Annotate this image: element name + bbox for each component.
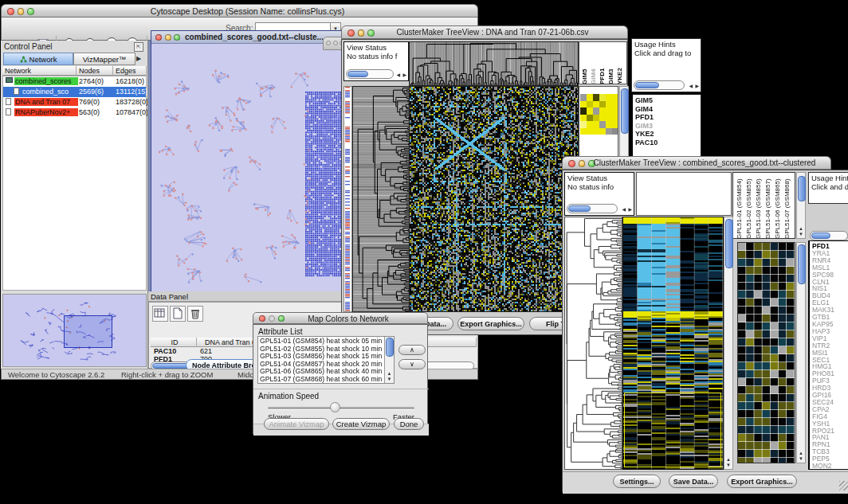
- scroll-up-icon[interactable]: ▲: [797, 451, 805, 456]
- speed-slider-track[interactable]: [268, 407, 414, 409]
- gene-label[interactable]: MON2: [812, 463, 834, 470]
- heatmap-cell[interactable]: [593, 101, 599, 108]
- usage-hints-scrollbar[interactable]: [810, 231, 848, 240]
- resize-grip[interactable]: [839, 481, 848, 490]
- scrollbar-thumb[interactable]: [798, 244, 806, 284]
- tab-overflow-icon[interactable]: ▶: [136, 55, 141, 62]
- move-up-button[interactable]: ∧: [398, 345, 426, 355]
- heatmap-cell[interactable]: [593, 107, 599, 115]
- heatmap-cell[interactable]: [606, 128, 612, 135]
- gene-label[interactable]: PFD1: [635, 113, 658, 122]
- heatmap-cell[interactable]: [599, 115, 606, 122]
- heatmap-cell[interactable]: [587, 107, 593, 115]
- close-button[interactable]: [7, 8, 14, 15]
- heatmap-cell[interactable]: [587, 94, 593, 101]
- heatmap-cell[interactable]: [580, 101, 587, 108]
- heatmap-cell[interactable]: [612, 107, 618, 115]
- scrollbar-thumb[interactable]: [725, 219, 733, 268]
- scroll-down-icon[interactable]: ▼: [797, 456, 805, 462]
- create-vizmap-button[interactable]: Create Vizmap: [332, 418, 390, 430]
- column-label[interactable]: GPL51-06 (GSM865): [774, 174, 781, 239]
- column-label[interactable]: GIM3: [607, 43, 614, 84]
- heatmap-cell[interactable]: [606, 121, 612, 128]
- column-label[interactable]: GPL51-08 (GSM872): [793, 174, 795, 239]
- attribute-item[interactable]: GPL51-07 (GSM868) heat shock 60 min: [260, 376, 383, 384]
- scrollbar-thumb[interactable]: [798, 176, 806, 201]
- heatmap-cell[interactable]: [580, 107, 587, 115]
- view-status-scrollbar[interactable]: [346, 69, 394, 79]
- zoom-heatmap-scrollbar[interactable]: ▲ ▼: [796, 242, 806, 463]
- heatmap-cell[interactable]: [606, 101, 612, 108]
- column-label[interactable]: GPL51-01 (GSM854): [736, 174, 743, 239]
- zoom-button[interactable]: [174, 34, 180, 41]
- minimize-button[interactable]: [333, 41, 338, 45]
- treeview1-exportgraphics-button[interactable]: Export Graphics...: [457, 317, 524, 330]
- scrollbar-thumb[interactable]: [386, 338, 394, 357]
- gene-label[interactable]: GIM4: [635, 105, 658, 114]
- birdseye-panel[interactable]: [2, 294, 147, 367]
- heatmap-cell[interactable]: [587, 121, 593, 128]
- heatmap-cell[interactable]: [580, 115, 587, 122]
- animate-vizmap-button[interactable]: Animate Vizmap: [264, 418, 329, 430]
- close-button[interactable]: [347, 29, 355, 37]
- global-heatmap[interactable]: [409, 86, 579, 312]
- heatmap-cell[interactable]: [593, 94, 599, 101]
- scroll-left-icon[interactable]: ◀: [689, 83, 693, 89]
- global-heatmap[interactable]: [622, 217, 724, 470]
- scrollbar-thumb[interactable]: [621, 88, 629, 134]
- gene-label[interactable]: GIM3: [635, 122, 658, 131]
- view-status-scrollbar[interactable]: [567, 204, 618, 213]
- treeview2-titlebar[interactable]: ClusterMaker TreeView : combined_scores_…: [562, 156, 831, 170]
- heatmap-cell[interactable]: [580, 128, 587, 135]
- network-row[interactable]: DNA and Tran 07769(0)183728(0): [3, 97, 146, 107]
- scroll-down-icon[interactable]: ▼: [724, 463, 732, 468]
- close-button[interactable]: [326, 41, 331, 45]
- heatmap-cell[interactable]: [587, 115, 593, 122]
- gene-label[interactable]: PAC10: [635, 139, 658, 147]
- global-pixel-strip[interactable]: [344, 86, 352, 312]
- row-dendrogram[interactable]: [564, 217, 622, 470]
- network-row[interactable]: combined_sco2569(6)13112(15): [3, 87, 146, 97]
- column-label[interactable]: GIM5: [581, 43, 588, 84]
- scroll-up-icon[interactable]: ▲: [724, 457, 732, 463]
- network-view-titlebar[interactable]: combined_scores_good.txt--cluste...: [151, 31, 344, 44]
- heatmap-cell[interactable]: [587, 128, 593, 135]
- treeview2-settings-button[interactable]: Settings...: [613, 475, 661, 488]
- column-header[interactable]: Network: [2, 66, 77, 76]
- heatmap-cell[interactable]: [593, 121, 599, 128]
- scroll-down-icon[interactable]: ▼: [797, 232, 805, 237]
- gene-label[interactable]: YKE2: [635, 130, 658, 139]
- usage-hints-scrollbar[interactable]: [634, 80, 685, 90]
- minimize-button[interactable]: [18, 8, 25, 15]
- network-row[interactable]: RNAPuberNov2+563(0)107847(0): [3, 107, 146, 118]
- scrollbar-thumb[interactable]: [568, 205, 591, 212]
- network-canvas[interactable]: [151, 44, 344, 295]
- column-label[interactable]: YKE2: [616, 43, 623, 84]
- treeview1-titlebar[interactable]: ClusterMaker TreeView : DNA and Tran 07-…: [341, 25, 628, 39]
- data-column-header[interactable]: ID: [151, 338, 197, 347]
- treeview2-vscrollbar[interactable]: ▲ ▼: [724, 217, 733, 470]
- attribute-select-icon[interactable]: [152, 306, 168, 322]
- column-dendrogram[interactable]: [409, 41, 579, 86]
- zoom-heatmap[interactable]: [737, 242, 795, 463]
- move-down-button[interactable]: ∨: [398, 359, 426, 369]
- column-label[interactable]: GPL51-07 (GSM868): [783, 174, 791, 239]
- close-button[interactable]: [568, 160, 575, 167]
- heatmap-cell[interactable]: [612, 115, 618, 122]
- tab-vizmapper[interactable]: VizMapper™: [73, 53, 135, 65]
- delete-attribute-trash-icon[interactable]: [187, 306, 203, 322]
- column-label[interactable]: GPL51-02 (GSM855): [745, 174, 752, 239]
- close-button[interactable]: [259, 315, 265, 322]
- column-dendrogram-panel[interactable]: [636, 172, 732, 216]
- heatmap-cell[interactable]: [599, 121, 606, 128]
- gene-label[interactable]: GIM5: [635, 96, 658, 105]
- heatmap-cell[interactable]: [612, 128, 618, 135]
- column-label[interactable]: GIM4: [590, 43, 597, 84]
- heatmap-cell[interactable]: [593, 128, 599, 135]
- heatmap-cell[interactable]: [612, 94, 618, 101]
- done-button[interactable]: Done: [394, 418, 424, 430]
- heatmap-cell[interactable]: [599, 94, 606, 101]
- close-button[interactable]: [155, 34, 162, 41]
- column-labels-scrollbar[interactable]: ▲ ▼: [796, 172, 806, 239]
- scroll-up-icon[interactable]: ▲: [797, 226, 805, 232]
